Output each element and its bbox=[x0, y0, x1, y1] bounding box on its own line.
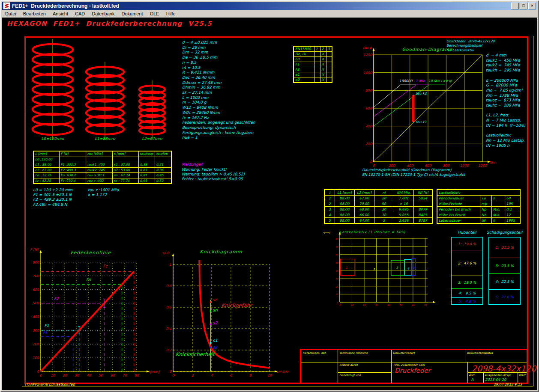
svg-text:30: 30 bbox=[335, 277, 338, 280]
svg-text:1000: 1000 bbox=[363, 71, 372, 75]
svg-text:50: 50 bbox=[335, 261, 338, 264]
text-line: tauk1 = 450 MPa bbox=[486, 58, 525, 63]
svg-text:70: 70 bbox=[424, 304, 427, 306]
tb-label-dart: Dokumentenart bbox=[393, 351, 415, 355]
tb-label-ausgabe: Ausgabedatum bbox=[485, 374, 506, 377]
svg-text:Knickgefahr: Knickgefahr bbox=[222, 303, 253, 309]
text-line bbox=[486, 73, 525, 78]
text-line: m = 104.0 g bbox=[182, 100, 255, 105]
svg-text:1: 1 bbox=[169, 263, 171, 267]
federkennlinie-chart: 0102030405060708001002003004005006007008… bbox=[29, 245, 171, 392]
svg-text:2: 2 bbox=[373, 268, 375, 271]
text-line: taukh = 295 MPa bbox=[486, 68, 525, 73]
svg-text:30: 30 bbox=[75, 374, 79, 377]
svg-text:Fk: Fk bbox=[43, 330, 48, 335]
share-segment: 4: 9.5 % bbox=[452, 289, 482, 298]
table-row: 588.0064.0052.6368787 bbox=[324, 218, 432, 224]
svg-text:0: 0 bbox=[372, 164, 375, 168]
tb-label-dstatus: Dokumentenstatus bbox=[467, 351, 493, 355]
svg-text:0: 0 bbox=[169, 370, 172, 374]
table-row: EN15800-123 bbox=[293, 46, 332, 52]
table-row: Lc : 42.26Fc :732.4tau c :932sc : 77.740… bbox=[33, 178, 171, 184]
text-line: R = 9.421 N/mm bbox=[182, 70, 255, 75]
share-segment: 5: 21.6 % bbox=[489, 290, 520, 304]
table-row: Perioden bis BruchNpMio.0.1 bbox=[437, 207, 520, 212]
spring-drawing bbox=[0, 0, 184, 148]
svg-text:40: 40 bbox=[335, 270, 338, 272]
table-row: L [mm]F [N]tau [MPa]s [mm]tau/tauztau/Rm bbox=[33, 151, 171, 157]
svg-text:s[mm]: s[mm] bbox=[148, 370, 160, 374]
table-row: Lastkollektiv bbox=[437, 190, 520, 196]
share-segment: 3: 19.0 % bbox=[452, 276, 482, 289]
text-line: Warnung: tauc/Rm > 0.45 (0.52) bbox=[182, 172, 245, 177]
table-row: e2X bbox=[293, 77, 332, 83]
cycles-table-grid: iL1 [mm]L2 [mm]nlNhl Mio.tNl [h]188.0067… bbox=[324, 189, 433, 224]
svg-text:Lastkollektiv (1 Periode = 60s: Lastkollektiv (1 Periode = 60s) bbox=[340, 230, 405, 234]
text-line: tau z :1001 MPa bbox=[88, 188, 119, 193]
text-line: Dm = 32 mm bbox=[182, 50, 255, 55]
svg-text:1200: 1200 bbox=[363, 53, 372, 57]
hub-share-title: Hubanteil bbox=[451, 230, 483, 235]
text-line: n = 8.5 bbox=[182, 60, 255, 65]
text-line: für Lastkollektiv bbox=[446, 48, 495, 53]
svg-text:10: 10 bbox=[335, 293, 338, 296]
share-segment-label: 4: 22.5 % bbox=[495, 279, 514, 284]
tb-label-spr: Spr. bbox=[506, 374, 511, 377]
federkennlinie-svg: 0102030405060708001002003004005006007008… bbox=[29, 245, 171, 390]
datetime: 29.04.2013 9:13 bbox=[494, 383, 522, 386]
table-row: LebensdauertNh1905 bbox=[437, 218, 520, 224]
share-segment: 5: 4.8 % bbox=[452, 298, 482, 304]
tb-label-vabt: Verantwortl. Abt. bbox=[303, 351, 326, 355]
tb-label-aend: Änd. bbox=[469, 374, 475, 377]
text-line: W0c = 28460 Nmm bbox=[182, 110, 255, 116]
lastkollektiv-periode-svg: 0102030405060700102030405060708012345Las… bbox=[320, 227, 438, 307]
text-line: fe = 167.2 Hz bbox=[182, 116, 255, 121]
svg-text:0: 0 bbox=[37, 370, 39, 374]
text-line: Nn = 12 Mio Lastsp. bbox=[486, 138, 525, 143]
svg-text:s1: s1 bbox=[213, 338, 218, 343]
text-line: Dec = 36.40 mm bbox=[182, 75, 255, 80]
svg-text:sk: sk bbox=[213, 345, 218, 350]
text-line: EN 10270-1-SH (DIN 17223-1 Typ C) nicht … bbox=[362, 172, 465, 177]
svg-text:s2: s2 bbox=[213, 321, 218, 325]
svg-text:40: 40 bbox=[87, 374, 91, 377]
text-line: Rm = 1788 MPa bbox=[486, 93, 525, 98]
svg-text:0.2: 0.2 bbox=[166, 348, 172, 352]
table-row: L1 : 88.00F1 :301.5tauk1 :450s1 : 32.000… bbox=[33, 162, 171, 168]
svg-text:800: 800 bbox=[443, 164, 450, 168]
text-line: Dauerfestigkeitsschaubild (Goodman-Diagr… bbox=[362, 168, 465, 172]
svg-text:1000: 1000 bbox=[460, 164, 469, 168]
share-segment: 3: 23.5 % bbox=[489, 258, 520, 274]
text-line: Di = 28 mm bbox=[182, 45, 255, 50]
svg-text:8: 8 bbox=[249, 374, 252, 377]
text-line: tauk2 = 745 MPa bbox=[486, 63, 525, 68]
svg-text:80: 80 bbox=[335, 238, 338, 240]
share-segment-label: 4: 9.5 % bbox=[458, 291, 476, 295]
svg-text:F1: F1 bbox=[44, 324, 49, 328]
text-line: Warnung: Feder knickt! bbox=[182, 167, 245, 172]
svg-text:400: 400 bbox=[365, 125, 372, 128]
svg-text:20: 20 bbox=[63, 374, 67, 377]
svg-text:80: 80 bbox=[135, 374, 139, 377]
text-line: Berechnungsbeispiel bbox=[446, 44, 495, 48]
text-line: F2 = 499.3 ±20.1 N bbox=[33, 197, 72, 202]
svg-text:10 Mio Lastsp.: 10 Mio Lastsp. bbox=[428, 79, 453, 83]
svg-text:70: 70 bbox=[335, 246, 338, 248]
text-line: E = 206000 MPa bbox=[486, 78, 525, 83]
table-row: F2X bbox=[293, 67, 332, 72]
app-window: FED1+ Druckfederberechnung - lastkoll.fe… bbox=[0, 0, 539, 392]
table-row: L0 :120.00 bbox=[33, 157, 171, 162]
cycles-table: iL1 [mm]L2 [mm]nlNhl Mio.tNl [h]188.0067… bbox=[324, 189, 433, 224]
svg-text:200: 200 bbox=[33, 342, 39, 346]
text-line: L = 1003 mm bbox=[182, 95, 255, 101]
svg-text:F2: F2 bbox=[54, 297, 59, 301]
svg-text:60: 60 bbox=[335, 253, 338, 256]
share-segment-label: 1: 19.0 % bbox=[458, 242, 476, 246]
svg-text:400: 400 bbox=[407, 164, 413, 168]
svg-text:Fn: Fn bbox=[86, 277, 91, 282]
tb-docnumber: 2098-4x32x120 bbox=[472, 364, 536, 373]
knick-chart: 024681000.20.40.60.81scsns2s1skKnickgefa… bbox=[160, 245, 289, 392]
svg-text:50: 50 bbox=[399, 304, 402, 306]
messages-text: Warnung: Feder knickt!Warnung: tauc/Rm >… bbox=[182, 167, 245, 182]
svg-text:0: 0 bbox=[172, 374, 174, 377]
